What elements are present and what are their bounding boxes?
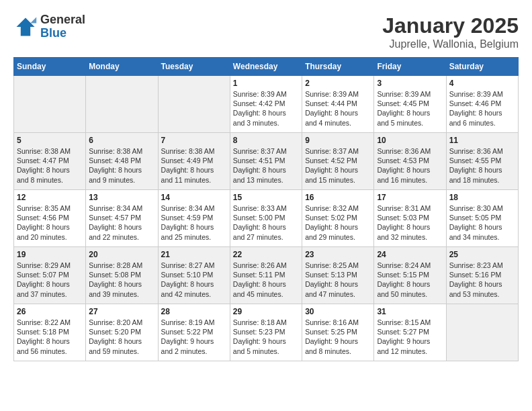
calendar-cell: 23Sunrise: 8:25 AM Sunset: 5:13 PM Dayli…: [302, 247, 374, 304]
day-number: 29: [233, 307, 299, 316]
logo: General Blue: [13, 13, 85, 40]
day-number: 1: [233, 79, 299, 88]
day-info: Sunrise: 8:28 AM Sunset: 5:08 PM Dayligh…: [89, 261, 154, 299]
day-number: 31: [377, 307, 443, 316]
calendar-cell: 31Sunrise: 8:15 AM Sunset: 5:27 PM Dayli…: [374, 304, 446, 361]
day-number: 22: [233, 250, 299, 259]
day-number: 19: [17, 250, 83, 259]
weekday-header-tuesday: Tuesday: [158, 58, 230, 76]
day-number: 20: [89, 250, 154, 259]
day-info: Sunrise: 8:15 AM Sunset: 5:27 PM Dayligh…: [377, 318, 443, 356]
calendar-cell: 28Sunrise: 8:19 AM Sunset: 5:22 PM Dayli…: [158, 304, 230, 361]
logo-text: General Blue: [40, 13, 85, 40]
calendar-cell: 11Sunrise: 8:36 AM Sunset: 4:55 PM Dayli…: [446, 133, 518, 190]
day-info: Sunrise: 8:38 AM Sunset: 4:49 PM Dayligh…: [161, 146, 227, 185]
calendar-cell: 17Sunrise: 8:31 AM Sunset: 5:03 PM Dayli…: [374, 190, 446, 247]
day-number: 9: [305, 136, 371, 145]
weekday-header-wednesday: Wednesday: [230, 58, 302, 76]
day-info: Sunrise: 8:39 AM Sunset: 4:45 PM Dayligh…: [377, 89, 443, 128]
logo-icon: [13, 15, 38, 39]
calendar-cell: 4Sunrise: 8:39 AM Sunset: 4:46 PM Daylig…: [446, 76, 518, 133]
day-number: 15: [233, 193, 299, 202]
day-number: 16: [305, 193, 371, 202]
day-info: Sunrise: 8:27 AM Sunset: 5:10 PM Dayligh…: [161, 261, 227, 299]
location-subtitle: Juprelle, Wallonia, Belgium: [382, 38, 519, 50]
day-info: Sunrise: 8:38 AM Sunset: 4:47 PM Dayligh…: [17, 146, 83, 185]
calendar-cell: 25Sunrise: 8:23 AM Sunset: 5:16 PM Dayli…: [446, 247, 518, 304]
calendar-cell: 14Sunrise: 8:34 AM Sunset: 4:59 PM Dayli…: [158, 190, 230, 247]
calendar-cell: 29Sunrise: 8:18 AM Sunset: 5:23 PM Dayli…: [230, 304, 302, 361]
day-info: Sunrise: 8:16 AM Sunset: 5:25 PM Dayligh…: [305, 318, 371, 356]
calendar-cell: [446, 304, 518, 361]
day-number: 2: [305, 79, 371, 88]
month-title: January 2025: [382, 13, 519, 38]
day-number: 8: [233, 136, 299, 145]
day-info: Sunrise: 8:34 AM Sunset: 4:57 PM Dayligh…: [89, 203, 154, 242]
week-row-1: 1Sunrise: 8:39 AM Sunset: 4:42 PM Daylig…: [14, 76, 519, 133]
day-info: Sunrise: 8:39 AM Sunset: 4:42 PM Dayligh…: [233, 89, 299, 128]
logo-general-text: General: [40, 13, 85, 27]
calendar-cell: 12Sunrise: 8:35 AM Sunset: 4:56 PM Dayli…: [14, 190, 86, 247]
day-info: Sunrise: 8:32 AM Sunset: 5:02 PM Dayligh…: [305, 203, 371, 242]
svg-marker-1: [30, 17, 36, 23]
week-row-3: 12Sunrise: 8:35 AM Sunset: 4:56 PM Dayli…: [14, 190, 519, 247]
day-number: 24: [377, 250, 443, 259]
day-number: 27: [89, 307, 154, 316]
weekday-header-sunday: Sunday: [14, 58, 86, 76]
day-number: 12: [17, 193, 83, 202]
calendar-cell: 24Sunrise: 8:24 AM Sunset: 5:15 PM Dayli…: [374, 247, 446, 304]
day-info: Sunrise: 8:36 AM Sunset: 4:55 PM Dayligh…: [449, 146, 515, 185]
week-row-4: 19Sunrise: 8:29 AM Sunset: 5:07 PM Dayli…: [14, 247, 519, 304]
day-number: 7: [161, 136, 227, 145]
day-number: 17: [377, 193, 443, 202]
calendar-cell: 9Sunrise: 8:37 AM Sunset: 4:52 PM Daylig…: [302, 133, 374, 190]
day-number: 23: [305, 250, 371, 259]
day-info: Sunrise: 8:23 AM Sunset: 5:16 PM Dayligh…: [449, 261, 515, 299]
day-number: 26: [17, 307, 83, 316]
day-info: Sunrise: 8:22 AM Sunset: 5:18 PM Dayligh…: [17, 318, 83, 356]
day-info: Sunrise: 8:33 AM Sunset: 5:00 PM Dayligh…: [233, 203, 299, 242]
title-section: January 2025 Juprelle, Wallonia, Belgium: [382, 13, 519, 50]
day-info: Sunrise: 8:36 AM Sunset: 4:53 PM Dayligh…: [377, 146, 443, 185]
day-info: Sunrise: 8:31 AM Sunset: 5:03 PM Dayligh…: [377, 203, 443, 242]
calendar-cell: 18Sunrise: 8:30 AM Sunset: 5:05 PM Dayli…: [446, 190, 518, 247]
day-info: Sunrise: 8:24 AM Sunset: 5:15 PM Dayligh…: [377, 261, 443, 299]
weekday-header-monday: Monday: [86, 58, 158, 76]
calendar-cell: 1Sunrise: 8:39 AM Sunset: 4:42 PM Daylig…: [230, 76, 302, 133]
calendar-cell: 22Sunrise: 8:26 AM Sunset: 5:11 PM Dayli…: [230, 247, 302, 304]
calendar-cell: 20Sunrise: 8:28 AM Sunset: 5:08 PM Dayli…: [86, 247, 158, 304]
day-info: Sunrise: 8:37 AM Sunset: 4:52 PM Dayligh…: [305, 146, 371, 185]
day-info: Sunrise: 8:19 AM Sunset: 5:22 PM Dayligh…: [161, 318, 227, 356]
week-row-2: 5Sunrise: 8:38 AM Sunset: 4:47 PM Daylig…: [14, 133, 519, 190]
calendar-table: SundayMondayTuesdayWednesdayThursdayFrid…: [13, 57, 519, 361]
calendar-cell: 15Sunrise: 8:33 AM Sunset: 5:00 PM Dayli…: [230, 190, 302, 247]
day-info: Sunrise: 8:26 AM Sunset: 5:11 PM Dayligh…: [233, 261, 299, 299]
day-number: 28: [161, 307, 227, 316]
calendar-cell: 19Sunrise: 8:29 AM Sunset: 5:07 PM Dayli…: [14, 247, 86, 304]
day-number: 18: [449, 193, 515, 202]
day-number: 4: [449, 79, 515, 88]
day-info: Sunrise: 8:34 AM Sunset: 4:59 PM Dayligh…: [161, 203, 227, 242]
day-info: Sunrise: 8:39 AM Sunset: 4:46 PM Dayligh…: [449, 89, 515, 128]
day-info: Sunrise: 8:35 AM Sunset: 4:56 PM Dayligh…: [17, 203, 83, 242]
day-number: 10: [377, 136, 443, 145]
calendar-cell: 7Sunrise: 8:38 AM Sunset: 4:49 PM Daylig…: [158, 133, 230, 190]
weekday-header-saturday: Saturday: [446, 58, 518, 76]
weekday-header-row: SundayMondayTuesdayWednesdayThursdayFrid…: [14, 58, 519, 76]
day-info: Sunrise: 8:18 AM Sunset: 5:23 PM Dayligh…: [233, 318, 299, 356]
calendar-cell: 16Sunrise: 8:32 AM Sunset: 5:02 PM Dayli…: [302, 190, 374, 247]
day-number: 11: [449, 136, 515, 145]
svg-marker-0: [17, 17, 35, 36]
day-number: 14: [161, 193, 227, 202]
day-info: Sunrise: 8:20 AM Sunset: 5:20 PM Dayligh…: [89, 318, 154, 356]
weekday-header-thursday: Thursday: [302, 58, 374, 76]
day-info: Sunrise: 8:25 AM Sunset: 5:13 PM Dayligh…: [305, 261, 371, 299]
day-info: Sunrise: 8:37 AM Sunset: 4:51 PM Dayligh…: [233, 146, 299, 185]
calendar-cell: 30Sunrise: 8:16 AM Sunset: 5:25 PM Dayli…: [302, 304, 374, 361]
calendar-cell: [86, 76, 158, 133]
weekday-header-friday: Friday: [374, 58, 446, 76]
day-number: 5: [17, 136, 83, 145]
calendar-cell: 10Sunrise: 8:36 AM Sunset: 4:53 PM Dayli…: [374, 133, 446, 190]
day-number: 25: [449, 250, 515, 259]
calendar-cell: 8Sunrise: 8:37 AM Sunset: 4:51 PM Daylig…: [230, 133, 302, 190]
